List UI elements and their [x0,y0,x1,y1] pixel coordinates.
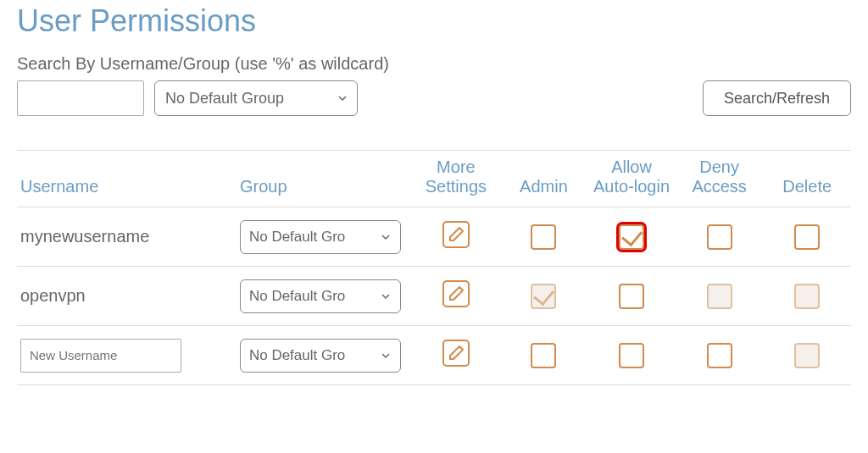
auto-login-checkbox[interactable] [619,343,644,368]
search-label: Search By Username/Group (use '%' as wil… [17,54,851,74]
search-row: No Default Group Search/Refresh [17,80,851,116]
admin-checkbox[interactable] [531,343,556,368]
admin-checkbox[interactable] [531,284,556,309]
edit-icon[interactable] [441,219,471,250]
col-deny-access: Deny Access [676,151,764,207]
delete-checkbox[interactable] [794,224,820,250]
group-select-wrap: No Default Group [154,80,358,116]
col-group: Group [236,151,412,207]
col-admin: Admin [500,151,588,207]
search-input[interactable] [17,80,144,116]
new-username-input[interactable] [20,339,181,373]
row-group-select-wrap: No Default Gro [240,339,401,373]
table-row: mynewusernameNo Default Gro [17,207,851,267]
auto-login-checkbox[interactable] [619,284,644,309]
user-table-body: mynewusernameNo Default GroopenvpnNo Def… [17,207,851,385]
delete-checkbox[interactable] [794,343,820,368]
svg-rect-2 [443,340,469,366]
username-cell: mynewusername [17,207,236,267]
col-delete: Delete [763,151,851,207]
row-group-select[interactable]: No Default Gro [240,279,401,313]
row-group-select-wrap: No Default Gro [240,220,401,254]
row-group-select[interactable]: No Default Gro [240,220,401,254]
edit-icon[interactable] [441,279,471,309]
col-more-settings: More Settings [412,151,500,207]
delete-checkbox[interactable] [794,284,820,309]
group-select[interactable]: No Default Group [154,80,358,116]
deny-access-checkbox[interactable] [707,224,732,250]
auto-login-checkbox[interactable] [619,224,644,250]
svg-rect-0 [443,222,469,247]
page-title: User Permissions [17,3,851,39]
svg-rect-1 [443,281,469,307]
col-username: Username [17,151,236,207]
table-row: No Default Gro [17,326,851,385]
row-group-select-wrap: No Default Gro [240,279,401,313]
edit-icon[interactable] [441,338,471,368]
deny-access-checkbox[interactable] [707,343,732,368]
admin-checkbox[interactable] [531,224,556,250]
username-cell: openvpn [17,267,236,326]
table-row: openvpnNo Default Gro [17,267,851,326]
deny-access-checkbox[interactable] [707,284,732,309]
user-table: Username Group More Settings Admin Allow… [17,150,851,385]
search-refresh-button[interactable]: Search/Refresh [703,80,851,116]
row-group-select[interactable]: No Default Gro [240,339,401,373]
col-auto-login: Allow Auto-login [587,151,676,207]
